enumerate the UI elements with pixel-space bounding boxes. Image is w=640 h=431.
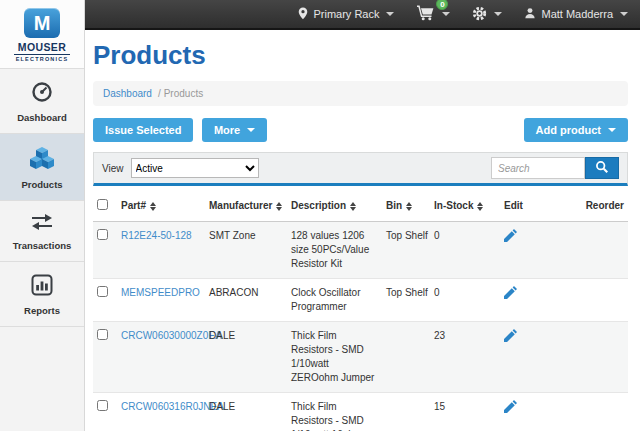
products-table-body: R12E24-50-128 SMT Zone 128 values 1206 s… [93, 222, 628, 431]
user-icon [524, 7, 536, 21]
bar-chart-icon [31, 274, 53, 296]
sidebar-item-reports[interactable]: Reports [0, 262, 84, 327]
sidebar-item-transactions[interactable]: Transactions [0, 201, 84, 262]
page-title: Products [93, 40, 628, 71]
products-table: Part# Manufacturer Description Bin In-St… [93, 190, 628, 431]
manufacturer-cell: DALE [205, 393, 287, 431]
gauge-icon [31, 81, 53, 103]
location-dropdown[interactable]: Primary Rack [298, 7, 394, 22]
description-cell: 128 values 1206 size 50PCs/Value Resisto… [287, 222, 382, 279]
column-header-description[interactable]: Description [287, 190, 382, 222]
view-filter: View Active [102, 158, 259, 178]
search-icon [595, 160, 609, 177]
action-toolbar: Issue Selected More Add product [93, 118, 628, 142]
sidebar-item-dashboard[interactable]: Dashboard [0, 69, 84, 134]
settings-dropdown[interactable] [472, 6, 502, 23]
issue-selected-button[interactable]: Issue Selected [93, 118, 193, 142]
instock-cell: 0 [430, 222, 500, 279]
breadcrumb-separator: / [158, 88, 161, 99]
edit-button[interactable] [504, 286, 517, 303]
pencil-icon [504, 404, 517, 415]
row-checkbox[interactable] [97, 329, 108, 340]
sort-icon [477, 202, 483, 211]
add-product-button[interactable]: Add product [524, 118, 628, 142]
mouser-logo-link[interactable]: M MOUSER ELECTRONICS [0, 0, 84, 69]
main-content: Products Dashboard/Products Issue Select… [85, 30, 640, 431]
edit-button[interactable] [504, 329, 517, 346]
sort-icon [276, 202, 282, 211]
bin-cell: Top Shelf [382, 279, 430, 322]
breadcrumb-dashboard-link[interactable]: Dashboard [103, 88, 152, 99]
table-row: MEMSPEEDPRO ABRACON Clock Oscillator Pro… [93, 279, 628, 322]
column-header-bin[interactable]: Bin [382, 190, 430, 222]
part-number-link[interactable]: CRCW06030000Z0EA [121, 330, 222, 341]
bin-cell: Top Shelf [382, 222, 430, 279]
table-row: R12E24-50-128 SMT Zone 128 values 1206 s… [93, 222, 628, 279]
column-header-part[interactable]: Part# [117, 190, 205, 222]
row-checkbox[interactable] [97, 286, 108, 297]
inventory-app-window: Primary Rack 0 [0, 0, 640, 431]
view-label: View [102, 163, 124, 174]
chevron-down-icon [620, 12, 628, 16]
description-cell: Clock Oscillator Programmer [287, 279, 382, 322]
edit-button[interactable] [504, 400, 517, 417]
manufacturer-cell: DALE [205, 322, 287, 393]
description-cell: Thick Film Resistors - SMD 1/10watt 16oh… [287, 393, 382, 431]
left-actions: Issue Selected More [93, 118, 267, 142]
instock-cell: 23 [430, 322, 500, 393]
sidebar-item-label: Transactions [0, 240, 84, 251]
part-number-link[interactable]: R12E24-50-128 [121, 230, 192, 241]
table-row: CRCW060316R0JNEA DALE Thick Film Resisto… [93, 393, 628, 431]
edit-button[interactable] [504, 229, 517, 246]
sidebar-item-label: Reports [0, 305, 84, 316]
sort-icon [406, 202, 412, 211]
row-checkbox[interactable] [97, 229, 108, 240]
user-menu[interactable]: Matt Madderra [524, 7, 628, 21]
cart-dropdown[interactable]: 0 [416, 5, 450, 23]
sidebar-item-label: Products [0, 179, 84, 190]
logo-name-text: MOUSER [0, 41, 84, 53]
select-all-checkbox[interactable] [97, 199, 108, 210]
breadcrumb-current: Products [164, 88, 203, 99]
more-button[interactable]: More [202, 118, 267, 142]
transfer-arrows-icon [30, 213, 54, 235]
search-input[interactable] [491, 157, 585, 179]
column-header-instock[interactable]: In-Stock [430, 190, 500, 222]
reorder-cell [574, 393, 628, 431]
row-checkbox[interactable] [97, 400, 108, 411]
reorder-cell [574, 222, 628, 279]
description-cell: Thick Film Resistors - SMD 1/10watt ZERO… [287, 322, 382, 393]
sort-icon [150, 202, 156, 211]
topbar: Primary Rack 0 [78, 0, 640, 30]
bin-cell [382, 322, 430, 393]
pencil-icon [504, 290, 517, 301]
column-header-edit: Edit [500, 190, 574, 222]
gear-icon [472, 6, 487, 23]
search-group [491, 157, 619, 179]
manufacturer-cell: SMT Zone [205, 222, 287, 279]
manufacturer-cell: ABRACON [205, 279, 287, 322]
pencil-icon [504, 333, 517, 344]
mouser-logo-icon: M [24, 8, 60, 38]
pencil-icon [504, 233, 517, 244]
filter-bar: View Active [93, 152, 628, 186]
sidebar-item-products[interactable]: Products [0, 134, 84, 201]
table-header-row: Part# Manufacturer Description Bin In-St… [93, 190, 628, 222]
reorder-cell [574, 279, 628, 322]
column-header-reorder: Reorder [574, 190, 628, 222]
chevron-down-icon [442, 12, 450, 16]
cart-icon [416, 5, 435, 23]
part-number-link[interactable]: MEMSPEEDPRO [121, 287, 200, 298]
instock-cell: 15 [430, 393, 500, 431]
column-header-manufacturer[interactable]: Manufacturer [205, 190, 287, 222]
bin-cell [382, 393, 430, 431]
sidebar: M MOUSER ELECTRONICS Dashboard [0, 0, 85, 431]
view-select[interactable]: Active [131, 158, 259, 178]
cart-count-badge: 0 [436, 0, 448, 10]
location-pin-icon [298, 7, 308, 22]
logo-subname-text: ELECTRONICS [14, 54, 70, 62]
search-button[interactable] [585, 157, 619, 179]
chevron-down-icon [386, 12, 394, 16]
chevron-down-icon [247, 128, 255, 132]
chevron-down-icon [608, 128, 616, 132]
